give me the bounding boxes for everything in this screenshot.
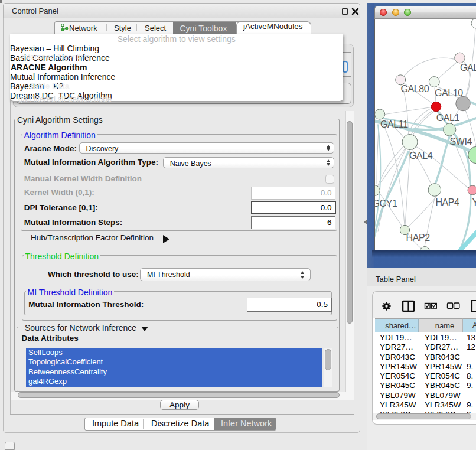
svg-text:GAL4: GAL4 xyxy=(409,151,433,161)
svg-text:HAP4: HAP4 xyxy=(435,197,459,207)
svg-text:SWI4: SWI4 xyxy=(450,136,472,146)
svg-text:GAL1: GAL1 xyxy=(436,112,460,122)
svg-text:GAL80: GAL80 xyxy=(401,84,429,94)
svg-text:GAL10: GAL10 xyxy=(435,88,463,98)
svg-text:HAP2: HAP2 xyxy=(406,232,431,242)
svg-text:GCY1: GCY1 xyxy=(375,198,397,208)
svg-text:GAL11: GAL11 xyxy=(380,119,408,129)
svg-text:Y: Y xyxy=(472,197,476,207)
svg-text:GAL7: GAL7 xyxy=(460,63,476,73)
